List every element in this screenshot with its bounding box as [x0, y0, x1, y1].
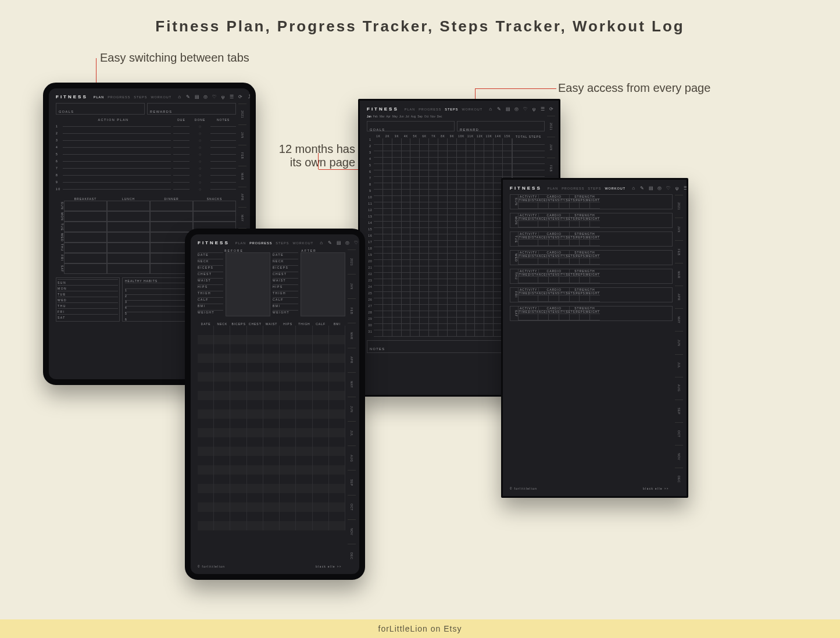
tab-progress[interactable]: PROGRESS — [249, 241, 272, 245]
toolbar-icon[interactable]: ☰ — [684, 186, 688, 191]
side-tab[interactable]: FEB — [675, 240, 683, 263]
side-tab[interactable]: 2021 — [348, 250, 356, 274]
side-tab[interactable]: NOV — [675, 445, 683, 468]
tab-workout[interactable]: WORKOUT — [151, 95, 171, 99]
month-tab[interactable]: Aug — [411, 115, 416, 118]
side-tab[interactable]: MAR — [675, 263, 683, 286]
side-tab[interactable]: OCT — [348, 495, 356, 519]
tab-workout[interactable]: WORKOUT — [292, 241, 313, 245]
toolbar-icon[interactable]: ▤ — [506, 106, 511, 112]
icon-row[interactable]: ⌂✎▤◎♡ψ☰⟳⤴ — [488, 106, 560, 112]
tab-plan[interactable]: PLAN — [235, 241, 246, 245]
toolbar-icon[interactable]: ▤ — [337, 240, 342, 245]
toolbar-icon[interactable]: ψ — [532, 106, 537, 112]
toolbar-icon[interactable]: ψ — [221, 94, 226, 99]
toolbar-icon[interactable]: ✎ — [328, 240, 333, 245]
toolbar-icon[interactable]: ψ — [363, 240, 365, 245]
side-tab[interactable]: JAN — [547, 137, 555, 158]
toolbar-icon[interactable]: ♡ — [666, 186, 671, 191]
toolbar-icon[interactable]: ▤ — [649, 186, 654, 191]
toolbar-icon[interactable]: ⤴ — [247, 94, 252, 99]
toolbar-icon[interactable]: ⟳ — [238, 94, 244, 99]
side-tabs[interactable]: 2021JANFEBMARAPRMAYJUNJULAUGSEPOCTNOVDEC — [675, 195, 683, 490]
tab-plan[interactable]: PLAN — [548, 187, 558, 190]
toolbar-icon[interactable]: ⌂ — [319, 240, 324, 245]
month-tab[interactable]: May — [392, 115, 398, 118]
action-rows[interactable]: 1 ○ 2 ○ 3 ○ 4 ○ 5 ○ 6 ○ 7 ○ 8 — [56, 123, 236, 193]
side-tab[interactable]: MAY — [238, 207, 246, 228]
tab-strip[interactable]: PLAN PROGRESS STEPS WORKOUT — [548, 187, 625, 190]
toolbar-icon[interactable]: ◎ — [657, 186, 663, 191]
toolbar-icon[interactable]: ✎ — [640, 186, 645, 191]
side-tab[interactable]: JUN — [675, 331, 683, 354]
side-tab[interactable]: JAN — [348, 274, 356, 298]
side-tab[interactable]: JAN — [675, 218, 683, 240]
side-tab[interactable]: SEP — [675, 400, 683, 422]
side-tab[interactable]: JUL — [675, 354, 683, 377]
month-tab[interactable]: Jan — [367, 115, 371, 118]
tab-strip[interactable]: PLAN PROGRESS STEPS WORKOUT — [94, 95, 171, 99]
side-tabs[interactable]: 2021JANFEBMARAPRMAYJUNJULAUGSEPOCTNOVDEC — [348, 250, 356, 568]
toolbar-icon[interactable]: ✎ — [497, 106, 502, 112]
side-tab[interactable]: OCT — [675, 422, 683, 445]
progress-table[interactable] — [198, 326, 345, 530]
side-tab[interactable]: MAY — [348, 372, 356, 397]
toolbar-icon[interactable]: ⌂ — [488, 106, 494, 112]
toolbar-icon[interactable]: ☰ — [230, 94, 235, 99]
month-tab[interactable]: Apr — [386, 115, 390, 118]
toolbar-icon[interactable]: ☰ — [541, 106, 546, 112]
side-tab[interactable]: MAR — [238, 166, 246, 187]
side-tab[interactable]: NOV — [348, 519, 356, 544]
toolbar-icon[interactable]: ♡ — [354, 240, 359, 245]
tab-steps[interactable]: STEPS — [134, 95, 147, 99]
month-tab[interactable]: Feb — [373, 115, 378, 118]
side-tab[interactable]: APR — [348, 348, 356, 372]
month-tab[interactable]: Jun — [399, 115, 404, 118]
icon-row[interactable]: ⌂✎▤◎♡ψ☰⟳⤴ — [177, 94, 252, 99]
toolbar-icon[interactable]: ♡ — [523, 106, 528, 112]
month-tab[interactable]: Dec — [437, 115, 442, 118]
measures-left[interactable]: DATENECKBICEPSCHESTWAISTHIPSTHIGHCALFBMI… — [198, 252, 223, 316]
side-tab[interactable]: FEB — [547, 158, 555, 179]
toolbar-icon[interactable]: ⌂ — [631, 186, 637, 191]
tab-strip[interactable]: PLAN PROGRESS STEPS WORKOUT — [235, 241, 313, 245]
side-tab[interactable]: JUN — [348, 397, 356, 421]
side-tab[interactable]: DEC — [675, 468, 683, 490]
month-tab[interactable]: Jul — [406, 115, 409, 118]
month-tab[interactable]: Oct — [424, 115, 428, 118]
side-tab[interactable]: JUL — [348, 421, 356, 445]
toolbar-icon[interactable]: ▤ — [195, 94, 200, 99]
side-tab[interactable]: AUG — [675, 377, 683, 400]
side-tab[interactable]: 2021 — [547, 116, 555, 137]
side-tab[interactable]: FEB — [348, 298, 356, 323]
measures-right[interactable]: DATENECKBICEPSCHESTWAISTHIPSTHIGHCALFBMI… — [273, 252, 298, 316]
after-photo[interactable] — [301, 252, 345, 316]
toolbar-icon[interactable]: ⟳ — [549, 106, 555, 112]
toolbar-icon[interactable]: ◎ — [345, 240, 351, 245]
icon-row[interactable]: ⌂✎▤◎♡ψ☰⟳⤴ — [319, 240, 365, 245]
side-tab[interactable]: 2021 — [238, 104, 246, 124]
side-tab[interactable]: DEC — [348, 544, 356, 568]
toolbar-icon[interactable]: ♡ — [212, 94, 217, 99]
tab-steps[interactable]: STEPS — [276, 241, 289, 245]
month-tab[interactable]: Sep — [417, 115, 423, 118]
tab-progress[interactable]: PROGRESS — [562, 187, 584, 190]
tab-plan[interactable]: PLAN — [405, 108, 415, 111]
tab-progress[interactable]: PROGRESS — [108, 95, 130, 99]
side-tab[interactable]: APR — [238, 187, 246, 208]
tab-strip[interactable]: PLAN PROGRESS STEPS WORKOUT — [405, 108, 482, 111]
tab-workout[interactable]: WORKOUT — [605, 187, 625, 190]
tab-plan[interactable]: PLAN — [94, 95, 104, 99]
tab-progress[interactable]: PROGRESS — [419, 108, 441, 111]
toolbar-icon[interactable]: ◎ — [514, 106, 520, 112]
side-tab[interactable]: MAY — [675, 308, 683, 331]
side-tab[interactable]: FEB — [238, 145, 246, 166]
months-row[interactable]: JanFebMarAprMayJunJulAugSepOctNovDec — [367, 115, 545, 118]
month-tab[interactable]: Mar — [380, 115, 384, 118]
workout-days[interactable]: SUN ACTIVITY CARDIO STRENGTH TIMEDISTANC… — [510, 194, 673, 321]
exercise-box[interactable]: SUNMONTUEWEDTHUFRISAT — [56, 277, 120, 322]
tab-steps[interactable]: STEPS — [445, 108, 458, 111]
toolbar-icon[interactable]: ◎ — [203, 94, 209, 99]
before-photo[interactable] — [226, 252, 270, 316]
toolbar-icon[interactable]: ✎ — [186, 94, 191, 99]
